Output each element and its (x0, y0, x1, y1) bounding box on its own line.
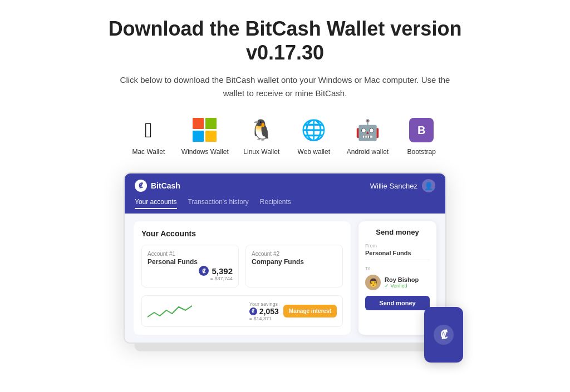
account-1-name: Personal Funds (148, 258, 233, 266)
user-info: Willie Sanchez 👤 (370, 179, 435, 192)
savings-info: Your savings ₡ 2,053 = $14,371 (249, 301, 279, 321)
savings-chart (148, 300, 245, 322)
windows-wallet-item[interactable]: Windows Wallet (181, 116, 229, 156)
send-recipient: 👨 Roy Bishop ✓ Verified (365, 275, 430, 290)
manage-interest-button[interactable]: Manage interest (283, 305, 337, 317)
bootstrap-wallet-label: Bootstrap (407, 148, 435, 156)
brand-icon: ₡ (135, 180, 147, 192)
app-brand: ₡ BitCash (135, 180, 180, 192)
page-title: Download the BitCash Wallet version v0.1… (90, 17, 480, 64)
android-wallet-item[interactable]: 🤖 Android wallet (347, 116, 389, 156)
mac-wallet-label: Mac Wallet (132, 148, 165, 156)
nav-recipients[interactable]: Recipients (260, 198, 291, 209)
windows-icon (190, 116, 219, 145)
apple-icon:  (134, 116, 163, 145)
nav-your-accounts[interactable]: Your accounts (135, 198, 177, 209)
android-icon: 🤖 (353, 116, 382, 145)
user-name: Willie Sanchez (370, 182, 417, 190)
savings-amount: ₡ 2,053 (249, 307, 279, 316)
send-money-button[interactable]: Send money (365, 296, 430, 310)
send-from-value: Personal Funds (365, 250, 430, 260)
user-avatar-icon: 👤 (422, 179, 435, 192)
bc-coin-icon-savings: ₡ (249, 307, 257, 315)
brand-name: BitCash (151, 181, 180, 190)
account-1-card: Account #1 Personal Funds ₡ 5,392 = $37,… (141, 245, 239, 287)
account-1-amount: ₡ 5,392 (148, 266, 233, 276)
windows-wallet-label: Windows Wallet (181, 148, 229, 156)
account-1-usd: = $37,744 (148, 276, 233, 281)
app-body: Your Accounts Account #1 Personal Funds … (125, 214, 445, 343)
send-from-label: From (365, 243, 430, 249)
phone-bc-icon: ₡ (434, 325, 454, 345)
mac-wallet-item[interactable]:  Mac Wallet (129, 116, 168, 156)
accounts-row: Account #1 Personal Funds ₡ 5,392 = $37,… (141, 245, 343, 287)
account-2-card: Account #2 Company Funds (245, 245, 343, 287)
bootstrap-wallet-item[interactable]: B Bootstrap (402, 116, 441, 156)
account-2-label: Account #2 (252, 251, 337, 257)
accounts-section: Your Accounts Account #1 Personal Funds … (134, 221, 351, 335)
laptop-base (135, 344, 435, 351)
account-2-name: Company Funds (252, 258, 337, 266)
linux-wallet-item[interactable]: 🐧 Linux Wallet (242, 116, 281, 156)
recipient-avatar: 👨 (365, 275, 381, 290)
bootstrap-icon: B (407, 116, 436, 145)
nav-transactions[interactable]: Transaction's history (188, 198, 249, 209)
savings-usd: = $14,371 (249, 316, 279, 321)
recipient-name: Roy Bishop (385, 276, 419, 283)
app-mockup: ₡ BitCash Willie Sanchez 👤 Your accounts… (124, 172, 446, 351)
page-subtitle: Click below to download the BitCash wall… (118, 73, 452, 100)
linux-wallet-label: Linux Wallet (243, 148, 279, 156)
laptop-screen: ₡ BitCash Willie Sanchez 👤 Your accounts… (124, 172, 446, 344)
savings-row: Your savings ₡ 2,053 = $14,371 Manage in… (141, 295, 343, 327)
globe-icon: 🌐 (299, 116, 328, 145)
send-money-title: Send money (365, 228, 430, 236)
web-wallet-label: Web wallet (298, 148, 330, 156)
android-wallet-label: Android wallet (347, 148, 389, 156)
recipient-verified: ✓ Verified (385, 283, 419, 289)
app-nav: Your accounts Transaction's history Reci… (125, 198, 445, 214)
savings-label: Your savings (249, 301, 279, 307)
bc-coin-icon-1: ₡ (199, 266, 209, 276)
linux-icon: 🐧 (247, 116, 276, 145)
wallet-icons-row:  Mac Wallet Windows Wallet 🐧 Linux Wall… (129, 116, 441, 156)
account-1-label: Account #1 (148, 251, 233, 257)
accounts-title: Your Accounts (141, 229, 343, 238)
app-header: ₡ BitCash Willie Sanchez 👤 (125, 173, 445, 198)
web-wallet-item[interactable]: 🌐 Web wallet (294, 116, 333, 156)
send-to-label: To (365, 266, 430, 271)
phone-mockup: ₡ (424, 307, 463, 363)
